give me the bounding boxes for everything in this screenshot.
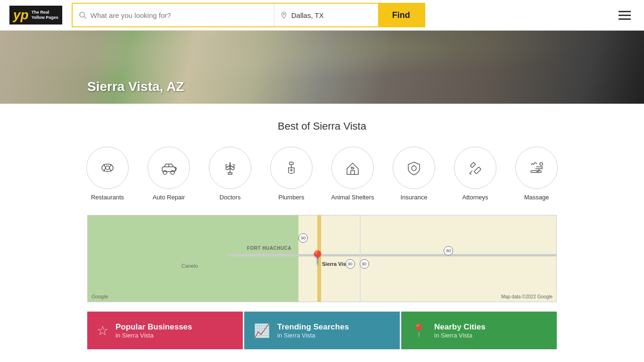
category-attorneys[interactable]: Attorneys [452,147,499,201]
nearby-cities-icon: 📍 [411,323,427,338]
popular-businesses-title: Popular Businesses [116,322,192,332]
map-tan-terrain [298,215,556,302]
massage-icon [527,158,546,177]
hamburger-menu[interactable] [615,7,635,24]
svg-rect-25 [531,171,541,173]
popular-businesses-text: Popular Businesses in Sierra Vista [116,322,192,339]
svg-point-2 [283,13,284,15]
location-icon [280,11,288,19]
map-background: FORT HUACHUCA Canelo Sierra Vista 📍 90 9… [88,215,556,302]
popular-businesses-subtitle: in Sierra Vista [116,332,192,339]
insurance-icon [405,158,423,177]
category-restaurants[interactable]: Restaurants [84,147,131,201]
category-massage-label: Massage [524,194,549,201]
restaurant-icon [98,158,117,177]
map-route-badge-90-3: 90 [346,259,355,269]
svg-point-15 [351,167,352,168]
header: yp The Real Yellow Pages Find [0,0,644,31]
attorneys-icon [466,158,485,177]
trending-searches-text: Trending Searches in Sierra Vista [277,322,349,339]
map-copyright-data: Map data ©2022 Google [501,294,553,299]
nearby-cities-title: Nearby Cities [434,322,486,332]
map-green-terrain [88,215,298,302]
svg-point-3 [106,166,109,170]
category-plumbers-label: Plumbers [279,194,305,201]
svg-point-0 [80,12,85,17]
category-plumbers-circle [270,147,313,189]
nearby-cities-card[interactable]: 📍 Nearby Cities in Sierra Vista [401,312,557,349]
category-animal-shelters-label: Animal Shelters [331,194,374,201]
popular-businesses-card[interactable]: ☆ Popular Businesses in Sierra Vista [87,312,243,349]
trending-searches-title: Trending Searches [277,322,349,332]
category-plumbers[interactable]: Plumbers [268,147,315,201]
svg-point-17 [353,168,354,169]
nearby-cities-text: Nearby Cities in Sierra Vista [434,322,486,339]
search-where-container [274,4,378,26]
svg-rect-10 [289,162,293,165]
map-route-badge-90-2: 90 [360,259,369,269]
auto-repair-icon [159,158,178,177]
category-insurance-label: Insurance [400,194,427,201]
hero-banner: Sierra Vista, AZ [0,31,644,104]
category-restaurants-label: Restaurants [91,194,124,201]
trending-searches-card[interactable]: 📈 Trending Searches in Sierra Vista [244,312,400,349]
location-input[interactable] [288,7,372,24]
category-restaurants-circle [86,147,129,189]
category-insurance[interactable]: Insurance [390,147,438,201]
find-button[interactable]: Find [378,4,424,26]
category-auto-repair-label: Auto Repair [153,194,185,201]
svg-point-4 [102,164,113,172]
category-doctors-circle [209,147,251,189]
doctors-icon [221,158,239,177]
logo-yp-text: yp [13,8,29,22]
map-google-logo: Google [91,294,108,299]
hamburger-line-1 [619,11,631,12]
category-massage[interactable]: Massage [513,147,560,201]
category-insurance-circle [393,147,435,189]
hamburger-line-3 [619,18,631,20]
svg-line-1 [84,16,86,18]
category-massage-circle [515,147,558,189]
svg-rect-21 [470,162,475,167]
trending-searches-icon: 📈 [254,323,270,338]
nearby-cities-subtitle: in Sierra Vista [434,332,486,339]
animal-shelters-icon [343,158,362,177]
category-attorneys-label: Attorneys [462,194,488,201]
best-of-section: Best of Sierra Vista Restaurants [0,104,644,210]
map-route-badge-80: 80 [444,246,453,255]
logo[interactable]: yp The Real Yellow Pages [9,6,62,25]
hamburger-line-2 [619,15,631,16]
category-animal-shelters-circle [331,147,374,189]
category-auto-repair[interactable]: Auto Repair [145,147,192,201]
svg-point-6 [163,171,167,174]
category-auto-repair-circle [148,147,190,189]
best-of-heading: Best of Sierra Vista [9,120,635,132]
search-what-container [73,4,274,26]
popular-businesses-icon: ☆ [97,323,108,338]
map-container[interactable]: FORT HUACHUCA Canelo Sierra Vista 📍 90 9… [87,215,557,302]
category-doctors-label: Doctors [220,194,241,201]
category-animal-shelters[interactable]: Animal Shelters [329,147,376,201]
hero-city-title: Sierra Vista, AZ [87,79,184,94]
map-route-badge-90-1: 90 [298,233,308,243]
categories-grid: Restaurants Auto Repair [9,147,635,201]
svg-line-22 [470,171,472,173]
search-input[interactable] [87,7,268,24]
svg-point-16 [353,167,354,168]
category-attorneys-circle [454,147,496,189]
svg-point-18 [412,166,416,171]
bottom-cards-section: ☆ Popular Businesses in Sierra Vista 📈 T… [87,312,557,349]
plumbers-icon [282,158,301,177]
svg-rect-20 [474,167,481,174]
svg-point-7 [171,171,174,174]
map-label-fort-huachuca: FORT HUACHUCA [247,246,291,251]
map-road-horizontal [228,254,556,256]
category-doctors[interactable]: Doctors [206,147,254,201]
svg-point-24 [540,163,543,165]
map-pin: 📍 [309,250,326,265]
search-icon [78,11,87,19]
logo-tagline: The Real Yellow Pages [32,10,58,20]
search-bar: Find [72,3,425,27]
map-label-canelo: Canelo [182,263,198,269]
svg-line-23 [470,173,471,174]
